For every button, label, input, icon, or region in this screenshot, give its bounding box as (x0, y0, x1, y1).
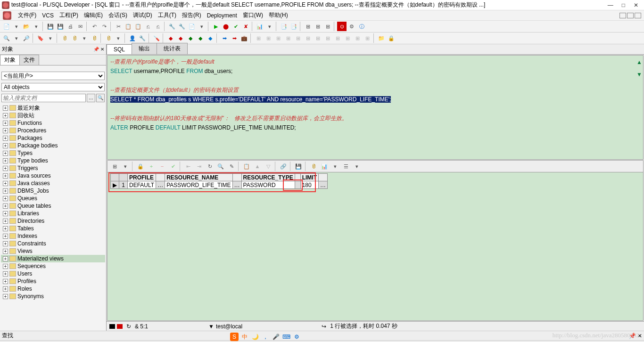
rollback-button[interactable]: ✘ (241, 22, 250, 31)
cell-resource-name[interactable]: PASSWORD_LIFE_TIME (165, 181, 232, 189)
copy-grid-button[interactable]: 📋 (241, 162, 252, 171)
tb-btn-a[interactable]: ⎌ (143, 22, 153, 31)
filter-select[interactable]: All objects (1, 83, 105, 91)
chart-button[interactable]: 📊 (319, 162, 330, 171)
expand-icon[interactable]: + (3, 173, 8, 179)
tree-node[interactable]: +Tables (1, 225, 105, 232)
open-dropdown[interactable]: ▾ (32, 22, 41, 31)
win10-button[interactable]: ⊞ (343, 33, 352, 43)
tb-btn-j[interactable]: ⊞ (303, 22, 313, 31)
add-row-button[interactable]: + (146, 162, 157, 171)
mark4-button[interactable]: ◆ (196, 33, 205, 43)
tree-node[interactable]: +Triggers (1, 164, 105, 172)
tb-btn-g[interactable]: ▾ (265, 22, 274, 31)
execute-button[interactable]: ▶ (211, 22, 221, 31)
db3-button[interactable]: 🛢 (90, 33, 99, 43)
expand-icon[interactable]: + (3, 181, 8, 186)
tree-node[interactable]: +Functions (1, 119, 105, 127)
col-limit-ext[interactable] (318, 174, 327, 181)
bookmark-dropdown[interactable]: ▾ (46, 33, 55, 43)
del-row-button[interactable]: − (157, 162, 167, 171)
expand-icon[interactable]: + (3, 234, 8, 239)
tree-node[interactable]: +Java sources (1, 172, 105, 179)
expand-icon[interactable]: + (3, 136, 8, 141)
search-input[interactable] (1, 94, 86, 102)
mdi-restore-icon[interactable] (627, 13, 634, 18)
find-button[interactable]: 🔍 (2, 33, 11, 43)
tree-node[interactable]: +Synonyms (1, 293, 105, 300)
undo-button[interactable]: ↶ (90, 22, 99, 31)
expand-icon[interactable]: + (3, 188, 8, 194)
redo-button[interactable]: ↷ (99, 22, 109, 31)
tree-node[interactable]: +Materialized views (1, 255, 105, 262)
menu-report[interactable]: 报告(R) (180, 10, 203, 20)
user-select[interactable]: <当前用户> (1, 72, 105, 80)
copy-button[interactable]: 📋 (124, 22, 133, 31)
expand-icon[interactable]: + (3, 151, 8, 156)
expand-icon[interactable]: + (3, 264, 8, 269)
expand-icon[interactable]: + (3, 113, 8, 118)
open-button[interactable]: 📂 (22, 22, 31, 31)
cell-limit-btn[interactable]: … (318, 181, 327, 189)
win1-button[interactable]: ⊞ (254, 33, 263, 43)
cell-profile-btn[interactable]: … (156, 181, 165, 189)
expand-icon[interactable]: + (3, 279, 8, 284)
post-button[interactable]: ✔ (168, 162, 178, 171)
ime-mic-icon[interactable]: 🎤 (272, 333, 280, 341)
layout-button[interactable]: ☰ (341, 162, 351, 171)
tree-node[interactable]: +Sequences (1, 262, 105, 270)
tree-node[interactable]: +Package bodies (1, 142, 105, 149)
help-button[interactable]: ⓘ (357, 22, 366, 31)
nav-down-icon[interactable]: ▼ (636, 70, 642, 79)
refresh-status-icon[interactable]: ↻ (126, 323, 131, 330)
win12-button[interactable]: ⊞ (363, 33, 372, 43)
tree-node[interactable]: +Type bodies (1, 157, 105, 164)
mark1-button[interactable]: ◆ (166, 33, 175, 43)
expand-icon[interactable]: + (3, 166, 8, 171)
col-resource-name-ext[interactable] (232, 174, 241, 181)
expand-icon[interactable]: + (3, 106, 8, 111)
paste-button[interactable]: 📋 (133, 22, 143, 31)
menu-debug[interactable]: 调试(D) (131, 10, 154, 20)
win7-button[interactable]: ⊞ (313, 33, 322, 43)
menu-vcs[interactable]: VCS (40, 11, 56, 20)
mark2-button[interactable]: ◆ (176, 33, 185, 43)
save-all-button[interactable]: 💾 (56, 22, 65, 31)
panel-tab-files[interactable]: 文件 (19, 55, 39, 65)
table-row[interactable]: ▶ 1 DEFAULT … PASSWORD_LIFE_TIME … PASSW… (111, 181, 328, 189)
arrow-red-button[interactable]: ➡ (230, 33, 239, 43)
cell-resource-type-btn[interactable] (295, 181, 300, 189)
tab-sql[interactable]: SQL (107, 44, 132, 54)
expand-icon[interactable]: + (3, 128, 8, 133)
email-button[interactable]: ✉ (75, 22, 85, 31)
tree-node[interactable]: +Libraries (1, 210, 105, 217)
tab-stats[interactable]: 统计表 (157, 43, 188, 54)
new-button[interactable]: 📄 (2, 22, 11, 31)
user-button[interactable]: 👤 (128, 33, 137, 43)
tree-node[interactable]: +Queue tables (1, 202, 105, 210)
ime-comma-icon[interactable]: ， (261, 333, 270, 341)
connection-label[interactable]: test@local (216, 323, 242, 330)
pref-button[interactable]: 🔧 (138, 33, 147, 43)
win9-button[interactable]: ⊞ (333, 33, 342, 43)
cell-resource-type[interactable]: PASSWORD (241, 181, 295, 189)
col-resource-name[interactable]: RESOURCE_NAME (165, 174, 232, 181)
expand-icon[interactable]: + (3, 241, 8, 246)
tree-node[interactable]: +回收站 (1, 112, 105, 119)
db2-dropdown[interactable]: ▾ (80, 33, 89, 43)
sort-asc-button[interactable]: ▲ (252, 162, 263, 171)
cell-profile[interactable]: DEFAULT (128, 181, 156, 189)
nav-up-icon[interactable]: ▲ (636, 57, 642, 67)
db2-button[interactable]: 🛢 (70, 33, 79, 43)
tree-node[interactable]: +Procedures (1, 127, 105, 134)
win2-button[interactable]: ⊞ (264, 33, 273, 43)
explain-button[interactable]: 📊 (255, 22, 264, 31)
search-go-button[interactable]: 🔍 (96, 94, 105, 102)
menu-tools[interactable]: 工具(T) (156, 10, 178, 20)
last-button[interactable]: ⇥ (194, 162, 204, 171)
menu-edit[interactable]: 编辑(E) (82, 10, 105, 20)
tool-btn[interactable]: 🪛 (152, 33, 161, 43)
ime-lang-icon[interactable]: 中 (240, 333, 249, 341)
tb-btn-k[interactable]: ⊞ (313, 22, 322, 31)
print-button[interactable]: 🖨 (66, 22, 75, 31)
